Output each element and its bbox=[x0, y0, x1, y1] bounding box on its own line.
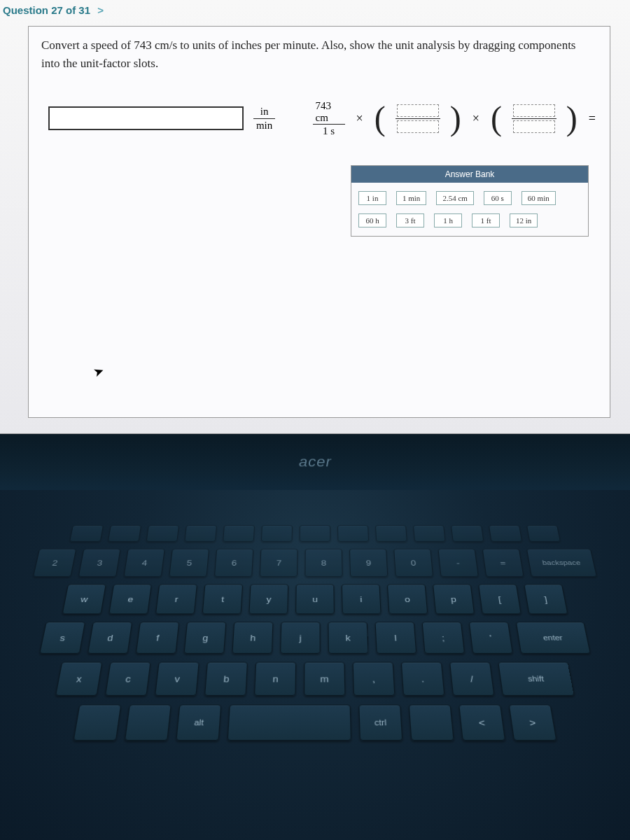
bank-chip[interactable]: 1 in bbox=[358, 191, 386, 205]
key: 8 bbox=[304, 549, 342, 577]
key: i bbox=[342, 584, 382, 615]
key: y bbox=[248, 584, 288, 615]
key-row: 2 3 4 5 6 7 8 9 0 - = backspace bbox=[0, 549, 630, 577]
factor-slot-2[interactable] bbox=[512, 104, 556, 133]
key: p bbox=[433, 584, 475, 615]
bank-chip[interactable]: 12 in bbox=[510, 214, 538, 227]
fraction-bar bbox=[512, 118, 556, 119]
key: k bbox=[328, 622, 368, 653]
question-prompt: Convert a speed of 743 cm/s to units of … bbox=[41, 36, 597, 72]
key-row: x c v b n m , . / shift bbox=[0, 662, 630, 696]
answer-bank-title: Answer Bank bbox=[351, 166, 588, 183]
key: 6 bbox=[214, 549, 253, 577]
cursor-icon: ➤ bbox=[91, 363, 106, 381]
key-shift: shift bbox=[498, 662, 575, 696]
key: m bbox=[304, 662, 346, 696]
times-symbol: × bbox=[355, 111, 365, 126]
key bbox=[108, 525, 141, 542]
key: 4 bbox=[123, 549, 164, 577]
key-enter: enter bbox=[516, 622, 591, 653]
bank-chip[interactable]: 60 min bbox=[522, 191, 556, 205]
slot-bot[interactable] bbox=[513, 120, 555, 133]
key-left: < bbox=[458, 704, 505, 741]
question-counter: Question 27 of 31 bbox=[3, 4, 90, 16]
key: s bbox=[39, 622, 85, 653]
bank-chip[interactable]: 60 s bbox=[484, 191, 512, 205]
key: r bbox=[155, 584, 197, 615]
bank-chip[interactable]: 1 min bbox=[396, 191, 426, 205]
key bbox=[146, 525, 179, 542]
key-row: alt ctrl < > bbox=[0, 704, 630, 741]
equals-symbol: = bbox=[587, 111, 597, 126]
key-right: > bbox=[509, 704, 557, 741]
key: , bbox=[353, 662, 396, 696]
key-backspace: backspace bbox=[526, 549, 597, 577]
key: n bbox=[254, 662, 296, 696]
key-row: w e r t y u i o p [ ] bbox=[0, 584, 630, 615]
key: v bbox=[155, 662, 200, 696]
key bbox=[125, 704, 172, 741]
open-paren-icon: ( bbox=[374, 105, 386, 132]
key: l bbox=[375, 622, 417, 653]
key: - bbox=[438, 549, 478, 577]
fraction-bar bbox=[396, 118, 440, 119]
key: / bbox=[449, 662, 495, 696]
key bbox=[73, 704, 121, 741]
key-row bbox=[3, 525, 628, 542]
key: f bbox=[136, 622, 180, 653]
key: t bbox=[202, 584, 243, 615]
key bbox=[69, 525, 104, 542]
key bbox=[409, 704, 454, 741]
key: o bbox=[387, 584, 428, 615]
key bbox=[184, 525, 217, 542]
key bbox=[526, 525, 561, 542]
key: g bbox=[184, 622, 227, 653]
equation-row: in min 743 cm 1 s × ( ) × ( bbox=[48, 100, 597, 137]
key: ' bbox=[469, 622, 513, 653]
given-bot: 1 s bbox=[320, 125, 337, 137]
key-space bbox=[227, 704, 351, 741]
key bbox=[223, 525, 255, 542]
key: = bbox=[482, 549, 524, 577]
slot-bot[interactable] bbox=[397, 120, 439, 133]
app-screen: Question 27 of 31 > Convert a speed of 7… bbox=[0, 0, 630, 434]
key: b bbox=[204, 662, 248, 696]
bank-chip[interactable]: 60 h bbox=[358, 214, 386, 227]
bank-chip[interactable]: 2.54 cm bbox=[436, 191, 473, 205]
times-symbol: × bbox=[471, 111, 481, 126]
next-chevron-icon[interactable]: > bbox=[97, 4, 104, 16]
key bbox=[375, 525, 407, 542]
key: 5 bbox=[169, 549, 209, 577]
key: ] bbox=[524, 584, 568, 615]
key: d bbox=[88, 622, 132, 653]
open-paren-icon: ( bbox=[491, 105, 502, 132]
key: 9 bbox=[349, 549, 388, 577]
bank-chip[interactable]: 3 ft bbox=[396, 214, 424, 227]
key: j bbox=[280, 622, 321, 653]
key: h bbox=[232, 622, 273, 653]
laptop-keyboard: 2 3 4 5 6 7 8 9 0 - = backspace w e r t … bbox=[0, 490, 630, 840]
close-paren-icon: ) bbox=[450, 105, 461, 132]
answer-bank-body: 1 in 1 min 2.54 cm 60 s 60 min 60 h 3 ft… bbox=[351, 183, 588, 236]
key: e bbox=[108, 584, 152, 615]
key bbox=[489, 525, 522, 542]
key-ctrl: ctrl bbox=[358, 704, 402, 741]
unit-top: in bbox=[258, 106, 272, 118]
bank-chip[interactable]: 1 ft bbox=[472, 214, 500, 227]
close-paren-icon: ) bbox=[566, 105, 578, 132]
factor-slot-1[interactable] bbox=[396, 104, 440, 133]
key: 3 bbox=[78, 549, 121, 577]
key bbox=[300, 525, 331, 542]
key: w bbox=[62, 584, 106, 615]
brand-logo: acer bbox=[298, 454, 331, 470]
key-row: s d f g h j k l ; ' enter bbox=[0, 622, 630, 653]
slot-top[interactable] bbox=[513, 104, 555, 117]
laptop-bezel: acer bbox=[0, 434, 630, 490]
slot-top[interactable] bbox=[397, 104, 439, 117]
key: [ bbox=[478, 584, 522, 615]
result-unit-fraction: in min bbox=[253, 106, 275, 131]
key: ; bbox=[422, 622, 465, 653]
key: . bbox=[401, 662, 445, 696]
answer-input[interactable] bbox=[48, 106, 244, 130]
bank-chip[interactable]: 1 h bbox=[434, 214, 462, 227]
